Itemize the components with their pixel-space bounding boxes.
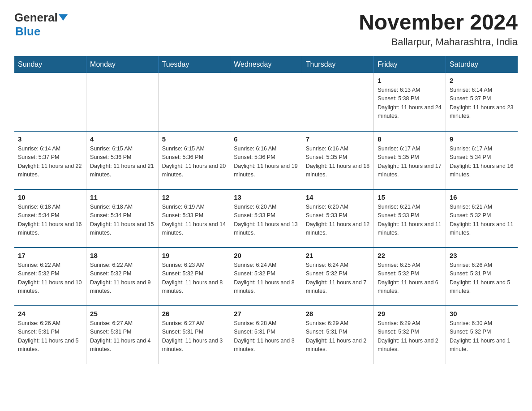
day-number: 15	[378, 193, 442, 201]
calendar-week-row: 1Sunrise: 6:13 AMSunset: 5:38 PMDaylight…	[14, 73, 518, 131]
calendar-cell: 28Sunrise: 6:29 AMSunset: 5:31 PMDayligh…	[302, 306, 374, 364]
logo: General Blue	[14, 11, 68, 39]
day-number: 7	[306, 135, 370, 143]
calendar-cell: 21Sunrise: 6:24 AMSunset: 5:32 PMDayligh…	[302, 248, 374, 306]
day-number: 14	[306, 193, 370, 201]
day-number: 6	[234, 135, 298, 143]
day-info: Sunrise: 6:23 AMSunset: 5:32 PMDaylight:…	[162, 261, 227, 296]
day-number: 29	[378, 310, 442, 317]
day-info: Sunrise: 6:27 AMSunset: 5:31 PMDaylight:…	[162, 319, 227, 354]
calendar-week-row: 24Sunrise: 6:26 AMSunset: 5:31 PMDayligh…	[14, 306, 518, 364]
calendar-week-row: 17Sunrise: 6:22 AMSunset: 5:32 PMDayligh…	[14, 248, 518, 306]
day-info: Sunrise: 6:24 AMSunset: 5:32 PMDaylight:…	[234, 261, 298, 296]
day-info: Sunrise: 6:28 AMSunset: 5:31 PMDaylight:…	[234, 319, 298, 354]
header-monday: Monday	[86, 56, 159, 73]
calendar-cell: 29Sunrise: 6:29 AMSunset: 5:32 PMDayligh…	[374, 306, 446, 364]
calendar-title: November 2024	[359, 11, 518, 34]
calendar-cell: 27Sunrise: 6:28 AMSunset: 5:31 PMDayligh…	[230, 306, 302, 364]
day-number: 9	[450, 135, 514, 143]
day-number: 8	[378, 135, 442, 143]
day-info: Sunrise: 6:26 AMSunset: 5:31 PMDaylight:…	[450, 261, 514, 296]
day-info: Sunrise: 6:30 AMSunset: 5:32 PMDaylight:…	[450, 319, 514, 354]
calendar-cell: 16Sunrise: 6:21 AMSunset: 5:32 PMDayligh…	[446, 189, 518, 248]
day-number: 10	[18, 193, 82, 201]
calendar-cell	[302, 73, 374, 131]
day-info: Sunrise: 6:16 AMSunset: 5:35 PMDaylight:…	[306, 145, 370, 180]
calendar-table: SundayMondayTuesdayWednesdayThursdayFrid…	[14, 56, 518, 364]
calendar-cell: 19Sunrise: 6:23 AMSunset: 5:32 PMDayligh…	[158, 248, 230, 306]
calendar-cell: 22Sunrise: 6:25 AMSunset: 5:32 PMDayligh…	[374, 248, 446, 306]
day-info: Sunrise: 6:13 AMSunset: 5:38 PMDaylight:…	[378, 86, 442, 121]
day-info: Sunrise: 6:20 AMSunset: 5:33 PMDaylight:…	[234, 203, 298, 238]
day-number: 21	[306, 252, 370, 259]
day-number: 13	[234, 193, 298, 201]
day-number: 27	[234, 310, 298, 317]
day-info: Sunrise: 6:29 AMSunset: 5:31 PMDaylight:…	[306, 319, 370, 354]
day-number: 16	[450, 193, 514, 201]
calendar-cell: 30Sunrise: 6:30 AMSunset: 5:32 PMDayligh…	[446, 306, 518, 364]
calendar-cell: 13Sunrise: 6:20 AMSunset: 5:33 PMDayligh…	[230, 189, 302, 248]
calendar-cell: 5Sunrise: 6:15 AMSunset: 5:36 PMDaylight…	[158, 131, 230, 189]
logo-general-text: General	[14, 11, 58, 25]
day-number: 20	[234, 252, 298, 259]
day-number: 5	[162, 135, 227, 143]
day-number: 3	[18, 135, 82, 143]
day-info: Sunrise: 6:21 AMSunset: 5:33 PMDaylight:…	[378, 203, 442, 238]
calendar-cell: 10Sunrise: 6:18 AMSunset: 5:34 PMDayligh…	[14, 189, 86, 248]
calendar-cell: 12Sunrise: 6:19 AMSunset: 5:33 PMDayligh…	[158, 189, 230, 248]
calendar-cell: 20Sunrise: 6:24 AMSunset: 5:32 PMDayligh…	[230, 248, 302, 306]
day-info: Sunrise: 6:17 AMSunset: 5:35 PMDaylight:…	[378, 145, 442, 180]
page-header: General Blue November 2024 Ballarpur, Ma…	[14, 11, 518, 48]
day-number: 2	[450, 77, 514, 84]
day-info: Sunrise: 6:18 AMSunset: 5:34 PMDaylight:…	[18, 203, 82, 238]
calendar-cell: 26Sunrise: 6:27 AMSunset: 5:31 PMDayligh…	[158, 306, 230, 364]
calendar-cell: 15Sunrise: 6:21 AMSunset: 5:33 PMDayligh…	[374, 189, 446, 248]
calendar-cell: 17Sunrise: 6:22 AMSunset: 5:32 PMDayligh…	[14, 248, 86, 306]
day-number: 23	[450, 252, 514, 259]
header-tuesday: Tuesday	[158, 56, 230, 73]
calendar-cell	[158, 73, 230, 131]
calendar-cell: 14Sunrise: 6:20 AMSunset: 5:33 PMDayligh…	[302, 189, 374, 248]
calendar-cell: 25Sunrise: 6:27 AMSunset: 5:31 PMDayligh…	[86, 306, 159, 364]
calendar-week-row: 3Sunrise: 6:14 AMSunset: 5:37 PMDaylight…	[14, 131, 518, 189]
day-info: Sunrise: 6:24 AMSunset: 5:32 PMDaylight:…	[306, 261, 370, 296]
day-number: 19	[162, 252, 227, 259]
calendar-cell: 4Sunrise: 6:15 AMSunset: 5:36 PMDaylight…	[86, 131, 159, 189]
calendar-cell: 9Sunrise: 6:17 AMSunset: 5:34 PMDaylight…	[446, 131, 518, 189]
calendar-cell: 2Sunrise: 6:14 AMSunset: 5:37 PMDaylight…	[446, 73, 518, 131]
header-sunday: Sunday	[14, 56, 86, 73]
calendar-cell: 8Sunrise: 6:17 AMSunset: 5:35 PMDaylight…	[374, 131, 446, 189]
day-info: Sunrise: 6:16 AMSunset: 5:36 PMDaylight:…	[234, 145, 298, 180]
day-number: 4	[90, 135, 154, 143]
day-number: 12	[162, 193, 227, 201]
logo-triangle-icon	[59, 14, 68, 21]
calendar-cell: 11Sunrise: 6:18 AMSunset: 5:34 PMDayligh…	[86, 189, 159, 248]
calendar-subtitle: Ballarpur, Maharashtra, India	[359, 36, 518, 48]
day-info: Sunrise: 6:14 AMSunset: 5:37 PMDaylight:…	[450, 86, 514, 121]
day-number: 22	[378, 252, 442, 259]
calendar-week-row: 10Sunrise: 6:18 AMSunset: 5:34 PMDayligh…	[14, 189, 518, 248]
day-number: 28	[306, 310, 370, 317]
day-info: Sunrise: 6:21 AMSunset: 5:32 PMDaylight:…	[450, 203, 514, 238]
header-wednesday: Wednesday	[230, 56, 302, 73]
calendar-cell: 18Sunrise: 6:22 AMSunset: 5:32 PMDayligh…	[86, 248, 159, 306]
day-number: 18	[90, 252, 154, 259]
calendar-cell: 1Sunrise: 6:13 AMSunset: 5:38 PMDaylight…	[374, 73, 446, 131]
day-info: Sunrise: 6:22 AMSunset: 5:32 PMDaylight:…	[18, 261, 82, 296]
day-info: Sunrise: 6:29 AMSunset: 5:32 PMDaylight:…	[378, 319, 442, 354]
calendar-cell	[14, 73, 86, 131]
day-number: 26	[162, 310, 227, 317]
header-friday: Friday	[374, 56, 446, 73]
logo-blue-text: Blue	[15, 25, 40, 38]
header-thursday: Thursday	[302, 56, 374, 73]
calendar-cell: 23Sunrise: 6:26 AMSunset: 5:31 PMDayligh…	[446, 248, 518, 306]
day-info: Sunrise: 6:14 AMSunset: 5:37 PMDaylight:…	[18, 145, 82, 180]
day-info: Sunrise: 6:15 AMSunset: 5:36 PMDaylight:…	[162, 145, 227, 180]
day-number: 30	[450, 310, 514, 317]
calendar-cell: 7Sunrise: 6:16 AMSunset: 5:35 PMDaylight…	[302, 131, 374, 189]
day-info: Sunrise: 6:22 AMSunset: 5:32 PMDaylight:…	[90, 261, 154, 296]
day-number: 11	[90, 193, 154, 201]
day-number: 24	[18, 310, 82, 317]
day-info: Sunrise: 6:19 AMSunset: 5:33 PMDaylight:…	[162, 203, 227, 238]
calendar-cell: 6Sunrise: 6:16 AMSunset: 5:36 PMDaylight…	[230, 131, 302, 189]
